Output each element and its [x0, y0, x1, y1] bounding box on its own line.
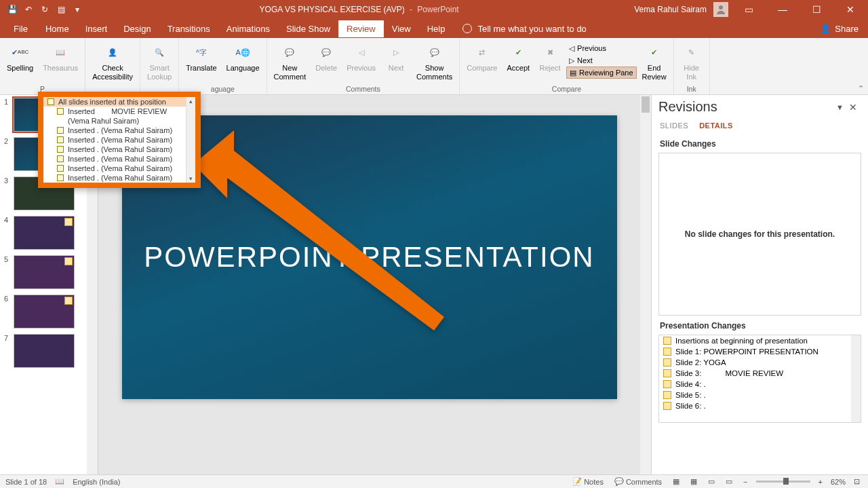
maximize-button[interactable]: ☐ — [803, 0, 830, 19]
popup-item[interactable]: Inserted . (Vema Rahul Sairam) — [43, 173, 195, 183]
next-icon: ▷ — [386, 42, 406, 62]
ribbon-display-icon[interactable]: ▭ — [735, 0, 762, 19]
popup-header[interactable]: All slides inserted at this position — [43, 97, 195, 107]
comments-button[interactable]: 💬 Comments — [612, 477, 665, 486]
tab-file[interactable]: File — [4, 20, 37, 37]
popup-item[interactable]: Inserted . (Vema Rahul Sairam) — [43, 145, 195, 154]
spelling-button[interactable]: ✔︎ABCSpelling — [3, 41, 37, 74]
revisions-title: Revisions — [658, 99, 835, 115]
reading-view-icon[interactable]: ▭ — [705, 477, 717, 486]
popup-item[interactable]: Inserted . (Vema Rahul Sairam) — [43, 164, 195, 173]
check-accessibility-button[interactable]: 👤Check Accessibility — [88, 41, 137, 82]
sorter-view-icon[interactable]: ▦ — [688, 477, 700, 486]
undo-icon[interactable]: ↶ — [22, 3, 35, 16]
tell-me-search[interactable]: Tell me what you want to do — [453, 24, 586, 34]
fit-to-window-icon[interactable]: ⊡ — [851, 477, 863, 486]
popup-item[interactable]: Inserted . (Vema Rahul Sairam) — [43, 126, 195, 135]
user-avatar-icon[interactable] — [713, 2, 728, 17]
checkbox-icon[interactable] — [57, 165, 64, 172]
checkbox-icon[interactable] — [57, 136, 64, 143]
tab-slideshow[interactable]: Slide Show — [278, 20, 338, 37]
checkbox-icon[interactable] — [57, 127, 64, 134]
list-item[interactable]: Slide 1: POWERPOINT PRESENTATION — [659, 346, 861, 357]
list-item[interactable]: Insertions at beginning of presentation — [659, 335, 861, 346]
slideshow-view-icon[interactable]: ▭ — [723, 477, 735, 486]
popup-item[interactable]: Inserted MOVIE REVIEW — [43, 107, 195, 116]
reviewing-pane-button[interactable]: ▤Reviewing Pane — [566, 67, 637, 79]
list-scrollbar[interactable] — [851, 335, 861, 422]
notes-button[interactable]: 📝 Notes — [570, 477, 606, 486]
checkbox-icon[interactable] — [57, 108, 64, 115]
canvas-scrollbar[interactable] — [640, 95, 651, 474]
popup-scrollbar[interactable]: ▴ ▾ — [186, 97, 195, 183]
popup-item[interactable]: (Vema Rahul Sairam) — [43, 116, 195, 126]
share-button[interactable]: 👤Share — [820, 24, 868, 34]
zoom-level[interactable]: 62% — [831, 478, 846, 486]
list-item[interactable]: Slide 6: . — [659, 400, 861, 411]
tab-home[interactable]: Home — [37, 20, 77, 37]
thumbnail-6[interactable] — [14, 295, 75, 329]
scroll-up-icon[interactable]: ▴ — [186, 97, 195, 105]
popup-item[interactable]: Inserted . (Vema Rahul Sairam) — [43, 135, 195, 145]
popup-item[interactable]: Inserted . (Vema Rahul Sairam) — [43, 154, 195, 164]
revisions-tab-slides[interactable]: SLIDES — [660, 121, 688, 130]
accept-button[interactable]: ✔︎Accept — [502, 41, 534, 74]
checkbox-icon[interactable] — [57, 146, 64, 153]
tab-insert[interactable]: Insert — [77, 20, 116, 37]
next-change-button[interactable]: ▷Next — [566, 54, 637, 67]
pane-options-icon[interactable]: ▼ — [835, 102, 845, 113]
checkbox-icon[interactable] — [57, 174, 64, 181]
compare-button[interactable]: ⇄Compare — [462, 41, 501, 74]
thumbnail-4[interactable] — [14, 216, 75, 250]
checkbox-icon[interactable] — [57, 155, 64, 162]
minimize-button[interactable]: — — [769, 0, 796, 19]
tab-review[interactable]: Review — [338, 20, 384, 37]
checkbox-icon[interactable] — [47, 98, 54, 105]
close-window-button[interactable]: ✕ — [837, 0, 864, 19]
list-item[interactable]: Slide 5: . — [659, 390, 861, 400]
slide-count[interactable]: Slide 1 of 18 — [5, 478, 47, 486]
end-review-button[interactable]: ✔︎End Review — [638, 41, 671, 82]
accessibility-icon: 👤 — [102, 42, 123, 62]
list-item[interactable]: Slide 4: . — [659, 379, 861, 390]
thesaurus-button[interactable]: 📖Thesaurus — [39, 41, 82, 74]
scroll-down-icon[interactable]: ▾ — [186, 174, 195, 183]
redo-icon[interactable]: ↻ — [38, 3, 52, 16]
translate-button[interactable]: ᴬ字Translate — [182, 41, 220, 74]
list-item[interactable]: Slide 2: YOGA — [659, 357, 861, 368]
change-icon — [663, 402, 671, 410]
close-pane-button[interactable]: ✕ — [845, 100, 861, 114]
prev-change-icon: ◁ — [569, 44, 574, 53]
show-comments-button[interactable]: 💬Show Comments — [412, 41, 456, 82]
delete-icon: 💬 — [316, 42, 336, 62]
normal-view-icon[interactable]: ▦ — [670, 477, 682, 486]
new-comment-button[interactable]: 💬New Comment — [270, 41, 311, 82]
tab-transitions[interactable]: Transitions — [159, 20, 218, 37]
zoom-out-button[interactable]: − — [741, 478, 750, 486]
list-item[interactable]: Slide 3: MOVIE REVIEW — [659, 368, 861, 379]
zoom-in-button[interactable]: + — [816, 478, 825, 486]
reject-button[interactable]: ✖︎Reject — [535, 41, 565, 74]
tab-help[interactable]: Help — [419, 20, 454, 37]
language-button[interactable]: A🌐Language — [222, 41, 264, 74]
collapse-ribbon-icon[interactable]: ⌃ — [858, 84, 864, 93]
tab-design[interactable]: Design — [115, 20, 159, 37]
start-from-beginning-icon[interactable]: ▤ — [54, 3, 68, 16]
qat-dropdown-icon[interactable]: ▾ — [71, 3, 84, 16]
previous-comment-button[interactable]: ◁Previous — [342, 41, 380, 74]
thumbnail-7[interactable] — [14, 334, 75, 368]
zoom-slider[interactable] — [756, 481, 810, 483]
tab-view[interactable]: View — [384, 20, 419, 37]
previous-change-button[interactable]: ◁Previous — [566, 42, 637, 54]
smart-lookup-button[interactable]: 🔍Smart Lookup — [143, 41, 176, 82]
language-status[interactable]: English (India) — [73, 478, 120, 486]
save-icon[interactable]: 💾 — [5, 3, 19, 16]
revisions-tab-details[interactable]: DETAILS — [699, 121, 733, 130]
next-comment-button[interactable]: ▷Next — [381, 41, 411, 74]
lookup-icon: 🔍 — [149, 42, 170, 62]
tab-animations[interactable]: Animations — [218, 20, 278, 37]
thumbnail-5[interactable] — [14, 255, 75, 289]
delete-comment-button[interactable]: 💬Delete — [311, 41, 341, 74]
spellcheck-status-icon[interactable]: 📖 — [55, 477, 64, 486]
hide-ink-button[interactable]: ✎Hide Ink — [677, 41, 707, 82]
